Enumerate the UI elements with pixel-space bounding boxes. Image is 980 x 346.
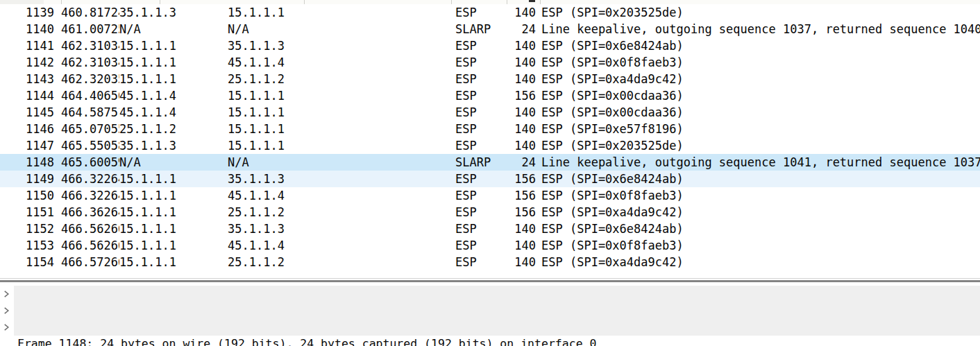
column-divider[interactable] xyxy=(160,0,160,4)
packet-row[interactable]: 1142 462.310349 15.1.1.1 45.1.1.4 ESP 14… xyxy=(0,54,980,71)
cell-protocol: ESP xyxy=(455,121,505,137)
cell-destination: 35.1.1.3 xyxy=(228,171,455,187)
column-divider[interactable] xyxy=(61,0,62,4)
cell-info: ESP (SPI=0xa4da9c42) xyxy=(541,204,980,220)
cell-info: ESP (SPI=0x6e8424ab) xyxy=(541,220,980,237)
packet-row[interactable]: 1153 466.562663 15.1.1.1 45.1.1.4 ESP 14… xyxy=(0,237,980,254)
packet-row[interactable]: 1150 466.322645 15.1.1.1 45.1.1.4 ESP 15… xyxy=(0,187,980,204)
cell-source: 15.1.1.1 xyxy=(119,254,228,270)
cell-protocol: ESP xyxy=(455,204,505,220)
cell-gap xyxy=(54,21,61,37)
cell-time: 466.322645 xyxy=(61,171,119,187)
packet-row[interactable]: 1146 465.070553 25.1.1.2 15.1.1.1 ESP 14… xyxy=(0,121,980,137)
cell-gap xyxy=(536,204,541,220)
cell-info: ESP (SPI=0xa4da9c42) xyxy=(541,254,980,270)
cell-length: 140 xyxy=(505,4,536,21)
packet-row[interactable]: 1140 461.007254 N/A N/A SLARP 24 Line ke… xyxy=(0,21,980,37)
packet-row[interactable]: 1154 466.572663 15.1.1.1 25.1.1.2 ESP 14… xyxy=(0,254,980,270)
packet-row[interactable]: 1151 466.362648 15.1.1.1 25.1.1.2 ESP 15… xyxy=(0,204,980,220)
cell-gap xyxy=(536,254,541,270)
cell-no: 1153 xyxy=(0,237,54,254)
packet-row[interactable]: 1149 466.322645 15.1.1.1 35.1.1.3 ESP 15… xyxy=(0,171,980,187)
chevron-right-icon[interactable] xyxy=(3,306,10,315)
cell-info: ESP (SPI=0x203525de) xyxy=(541,137,980,154)
cell-no: 1148 xyxy=(0,154,54,171)
cell-info: ESP (SPI=0x0f8faeb3) xyxy=(541,54,980,71)
cell-no: 1150 xyxy=(0,187,54,204)
cell-protocol: ESP xyxy=(455,220,505,237)
cell-source: 35.1.1.3 xyxy=(119,137,228,154)
cell-gap xyxy=(54,171,61,187)
detail-item-cisco-hdlc[interactable]: Cisco HDLC xyxy=(0,302,980,319)
cell-length: 156 xyxy=(505,87,536,104)
cell-no: 1154 xyxy=(0,254,54,270)
packet-rows: 1139 460.817240 35.1.1.3 15.1.1.1 ESP 14… xyxy=(0,4,980,270)
column-divider[interactable] xyxy=(304,0,305,4)
column-divider[interactable] xyxy=(451,0,452,4)
cell-gap xyxy=(536,137,541,154)
packet-row[interactable]: 1144 464.406504 45.1.1.4 15.1.1.1 ESP 15… xyxy=(0,87,980,104)
header-clipped-text-remnant xyxy=(529,0,535,2)
cell-time: 465.600591 xyxy=(61,154,119,171)
cell-source: 45.1.1.4 xyxy=(119,87,228,104)
cell-no: 1149 xyxy=(0,171,54,187)
cell-source: 15.1.1.1 xyxy=(119,204,228,220)
cell-time: 461.007254 xyxy=(61,21,119,37)
cell-length: 24 xyxy=(505,154,536,171)
cell-gap xyxy=(536,104,541,121)
chevron-right-icon[interactable] xyxy=(3,323,10,331)
cell-source: 15.1.1.1 xyxy=(119,171,228,187)
cell-gap xyxy=(54,220,61,237)
list-bottom-whitespace xyxy=(0,270,980,278)
cell-gap xyxy=(54,4,61,21)
cell-protocol: ESP xyxy=(455,37,505,54)
column-divider[interactable] xyxy=(507,0,507,4)
cell-length: 156 xyxy=(505,187,536,204)
packet-row[interactable]: 1143 462.320350 15.1.1.1 25.1.1.2 ESP 14… xyxy=(0,71,980,87)
cell-protocol: ESP xyxy=(455,104,505,121)
cell-length: 140 xyxy=(505,137,536,154)
cell-destination: 15.1.1.1 xyxy=(228,121,455,137)
cell-no: 1144 xyxy=(0,87,54,104)
cell-gap xyxy=(54,204,61,220)
cell-source: 15.1.1.1 xyxy=(119,237,228,254)
cell-info: ESP (SPI=0x00cdaa36) xyxy=(541,104,980,121)
packet-row[interactable]: 1139 460.817240 35.1.1.3 15.1.1.1 ESP 14… xyxy=(0,4,980,21)
cell-source: 15.1.1.1 xyxy=(119,54,228,71)
cell-gap xyxy=(54,71,61,87)
cell-no: 1140 xyxy=(0,21,54,37)
detail-item-cisco-slarp[interactable]: Cisco SLARP xyxy=(0,319,980,336)
packet-detail-pane: Frame 1148: 24 bytes on wire (192 bits),… xyxy=(0,282,980,346)
cell-source: 25.1.1.2 xyxy=(119,121,228,137)
cell-destination: 35.1.1.3 xyxy=(228,220,455,237)
cell-no: 1147 xyxy=(0,137,54,154)
packet-row[interactable]: 1152 466.562663 15.1.1.1 35.1.1.3 ESP 14… xyxy=(0,220,980,237)
cell-protocol: ESP xyxy=(455,87,505,104)
cell-gap xyxy=(54,87,61,104)
cell-protocol: ESP xyxy=(455,54,505,71)
cell-time: 466.362648 xyxy=(61,204,119,220)
cell-info: ESP (SPI=0x00cdaa36) xyxy=(541,87,980,104)
cell-gap xyxy=(54,237,61,254)
packet-row[interactable]: 1141 462.310349 15.1.1.1 35.1.1.3 ESP 14… xyxy=(0,37,980,54)
packet-row[interactable]: 1148 465.600591 N/A N/A SLARP 24 Line ke… xyxy=(0,154,980,171)
cell-source: 15.1.1.1 xyxy=(119,187,228,204)
packet-row[interactable]: 1145 464.587517 45.1.1.4 15.1.1.1 ESP 14… xyxy=(0,104,980,121)
chevron-right-icon[interactable] xyxy=(3,290,10,298)
cell-gap xyxy=(54,37,61,54)
cell-destination: 25.1.1.2 xyxy=(228,71,455,87)
cell-protocol: ESP xyxy=(455,4,505,21)
cell-length: 140 xyxy=(505,71,536,87)
cell-gap xyxy=(536,237,541,254)
cell-time: 466.322645 xyxy=(61,187,119,204)
cell-gap xyxy=(536,37,541,54)
cell-gap xyxy=(54,104,61,121)
cell-no: 1143 xyxy=(0,71,54,87)
column-divider[interactable] xyxy=(540,0,541,4)
cell-gap xyxy=(536,71,541,87)
cell-time: 464.406504 xyxy=(61,87,119,104)
detail-item-frame[interactable]: Frame 1148: 24 bytes on wire (192 bits),… xyxy=(0,286,980,302)
packet-row[interactable]: 1147 465.550589 35.1.1.3 15.1.1.1 ESP 14… xyxy=(0,137,980,154)
cell-no: 1146 xyxy=(0,121,54,137)
cell-source: 15.1.1.1 xyxy=(119,71,228,87)
